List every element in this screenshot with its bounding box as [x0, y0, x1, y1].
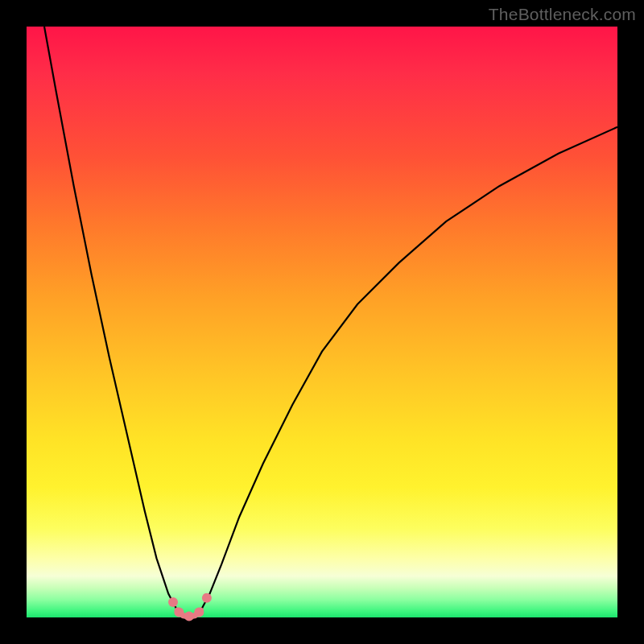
trough-dot	[202, 593, 212, 603]
trough-dot	[168, 597, 178, 607]
trough-dot	[194, 607, 204, 617]
trough-dot	[184, 612, 194, 621]
left-branch-curve	[44, 27, 177, 610]
trough-dot	[174, 607, 184, 617]
right-branch-curve	[201, 127, 618, 610]
chart-frame: TheBottleneck.com	[0, 0, 644, 644]
watermark-text: TheBottleneck.com	[489, 5, 636, 24]
chart-svg	[27, 27, 617, 617]
